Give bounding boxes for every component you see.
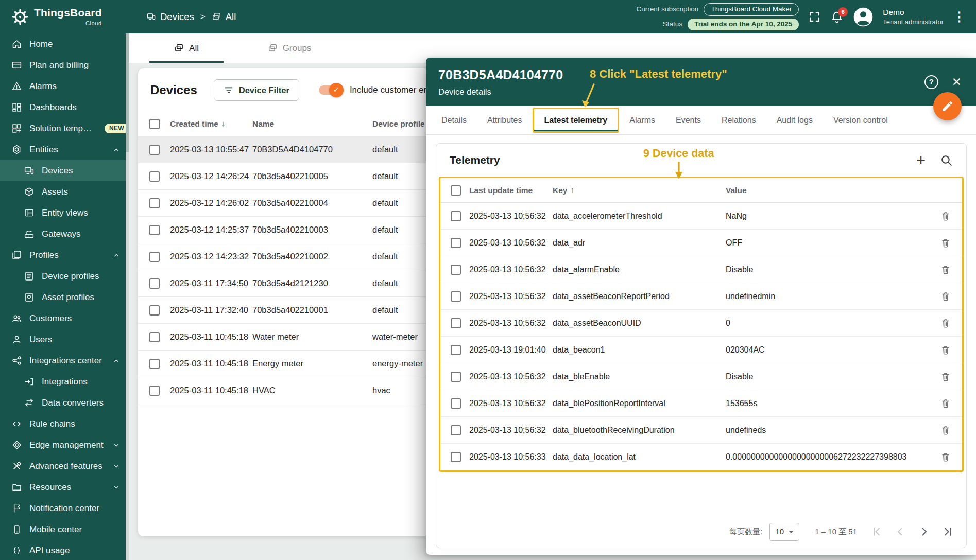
row-checkbox[interactable] (149, 278, 160, 289)
row-checkbox[interactable] (149, 332, 160, 342)
search-icon[interactable] (940, 154, 953, 167)
include-customer-entities-toggle[interactable]: ✓ (319, 85, 343, 95)
telemetry-row[interactable]: 2025-03-13 10:56:32 data_blePositionRepo… (440, 390, 962, 417)
delete-telemetry-button[interactable] (940, 318, 951, 329)
more-menu-button[interactable]: ⋮ (953, 9, 966, 24)
add-telemetry-button[interactable]: + (916, 152, 926, 168)
tab-details[interactable]: Details (431, 106, 477, 134)
row-checkbox[interactable] (149, 252, 160, 262)
delete-telemetry-button[interactable] (940, 211, 951, 222)
tab-relations[interactable]: Relations (711, 106, 766, 134)
sidebar-item-devices[interactable]: Devices (0, 160, 129, 181)
breadcrumb-all[interactable]: All (212, 11, 236, 23)
sidebar-item-device-profiles[interactable]: Device profiles (0, 266, 129, 287)
tab-alarms[interactable]: Alarms (619, 106, 665, 134)
sidebar-item-advanced-features[interactable]: Advanced features (0, 456, 129, 477)
delete-telemetry-button[interactable] (940, 451, 951, 463)
sidebar-item-resources[interactable]: Resources (0, 477, 129, 498)
thingsboard-logo[interactable]: ThingsBoard Cloud (0, 6, 129, 27)
sidebar-item-data-converters[interactable]: Data converters (0, 392, 129, 413)
telemetry-row[interactable]: 2025-03-13 10:56:32 data_alarmEnable Dis… (440, 256, 962, 283)
sidebar-item-integrations[interactable]: Integrations (0, 371, 129, 392)
row-checkbox[interactable] (451, 372, 461, 382)
row-checkbox[interactable] (149, 171, 160, 182)
sidebar-item-profiles[interactable]: Profiles (0, 244, 129, 266)
telemetry-row[interactable]: 2025-03-13 10:56:33 data_data_location_l… (440, 444, 962, 470)
row-checkbox[interactable] (451, 425, 461, 435)
sidebar-item-plan-and-billing[interactable]: Plan and billing (0, 55, 129, 76)
scrollbar-thumb[interactable] (126, 33, 129, 152)
delete-telemetry-button[interactable] (940, 237, 951, 249)
previous-page-button[interactable] (894, 526, 906, 538)
telemetry-row[interactable]: 2025-03-13 19:01:40 data_beacon1 020304A… (440, 337, 962, 363)
delete-telemetry-button[interactable] (940, 371, 951, 382)
delete-telemetry-button[interactable] (940, 344, 951, 356)
help-button[interactable]: ? (924, 75, 938, 89)
row-checkbox[interactable] (451, 318, 461, 328)
sidebar-item-alarms[interactable]: Alarms (0, 76, 129, 97)
close-button[interactable]: ✕ (952, 75, 962, 90)
telemetry-row[interactable]: 2025-03-13 10:56:32 data_assetBeaconUUID… (440, 310, 962, 337)
row-checkbox[interactable] (451, 398, 461, 409)
row-checkbox[interactable] (451, 211, 461, 221)
sidebar-item-edge-management[interactable]: Edge management (0, 434, 129, 456)
column-name[interactable]: Name (252, 119, 372, 129)
sidebar-item-dashboards[interactable]: Dashboards (0, 97, 129, 118)
tab-audit-logs[interactable]: Audit logs (766, 106, 823, 134)
next-page-button[interactable] (918, 526, 930, 538)
sidebar-item-asset-profiles[interactable]: Asset profiles (0, 287, 129, 308)
telemetry-row[interactable]: 2025-03-13 10:56:32 data_adr OFF (440, 230, 962, 256)
notifications-button[interactable]: 6 (830, 10, 844, 24)
edit-fab[interactable] (933, 92, 962, 120)
fullscreen-button[interactable] (808, 10, 821, 23)
delete-telemetry-button[interactable] (940, 264, 951, 275)
device-filter-button[interactable]: Device Filter (214, 79, 299, 101)
sidebar-scrollbar[interactable] (126, 33, 129, 560)
telemetry-row[interactable]: 2025-03-13 10:56:32 data_accelerometerTh… (440, 203, 962, 230)
sidebar-item-notification-center[interactable]: Notification center (0, 498, 129, 519)
sidebar-item-entities[interactable]: Entities (0, 139, 129, 160)
column-last-update-time[interactable]: Last update time (469, 185, 553, 195)
select-all-checkbox[interactable] (451, 185, 461, 196)
sidebar-item-home[interactable]: Home (0, 33, 129, 55)
telemetry-row[interactable]: 2025-03-13 10:56:32 data_bleEnable Disab… (440, 363, 962, 390)
column-created-time[interactable]: Created time ↓ (170, 119, 252, 129)
tab-version-control[interactable]: Version control (823, 106, 898, 134)
tab-latest-telemetry[interactable]: Latest telemetry (533, 108, 620, 133)
row-checkbox[interactable] (149, 225, 160, 235)
row-checkbox[interactable] (149, 145, 160, 155)
row-checkbox[interactable] (451, 265, 461, 275)
tab-all[interactable]: All (135, 33, 238, 63)
first-page-button[interactable] (870, 526, 883, 538)
row-checkbox[interactable] (149, 305, 160, 316)
column-key[interactable]: Key ↑ (553, 185, 726, 195)
breadcrumb-devices[interactable]: Devices (146, 11, 194, 23)
tab-events[interactable]: Events (665, 106, 711, 134)
sidebar-item-users[interactable]: Users (0, 329, 129, 350)
sidebar-item-mobile-center[interactable]: Mobile center (0, 519, 129, 540)
sidebar-item-assets[interactable]: Assets (0, 181, 129, 202)
delete-telemetry-button[interactable] (940, 425, 951, 436)
delete-telemetry-button[interactable] (940, 291, 951, 302)
last-page-button[interactable] (941, 526, 954, 538)
page-size-select[interactable]: 10 (769, 523, 799, 541)
avatar[interactable] (853, 7, 874, 27)
sidebar-item-rule-chains[interactable]: Rule chains (0, 413, 129, 434)
sidebar-item-solution-templates[interactable]: Solution templates NEW (0, 118, 129, 139)
sidebar-item-gateways[interactable]: Gateways (0, 223, 129, 244)
sidebar-item-customers[interactable]: Customers (0, 308, 129, 329)
delete-telemetry-button[interactable] (940, 398, 951, 409)
tab-groups[interactable]: Groups (238, 33, 341, 63)
sidebar-item-api-usage[interactable]: API usage (0, 540, 129, 560)
row-checkbox[interactable] (149, 359, 160, 369)
row-checkbox[interactable] (451, 345, 461, 355)
subscription-pill[interactable]: ThingsBoard Cloud Maker (704, 3, 799, 16)
row-checkbox[interactable] (451, 291, 461, 302)
column-value[interactable]: Value (726, 185, 929, 195)
select-all-checkbox[interactable] (149, 119, 160, 129)
row-checkbox[interactable] (451, 238, 461, 248)
row-checkbox[interactable] (451, 452, 461, 462)
tab-attributes[interactable]: Attributes (477, 106, 533, 134)
row-checkbox[interactable] (149, 386, 160, 396)
telemetry-row[interactable]: 2025-03-13 10:56:32 data_bluetoothReceiv… (440, 417, 962, 444)
